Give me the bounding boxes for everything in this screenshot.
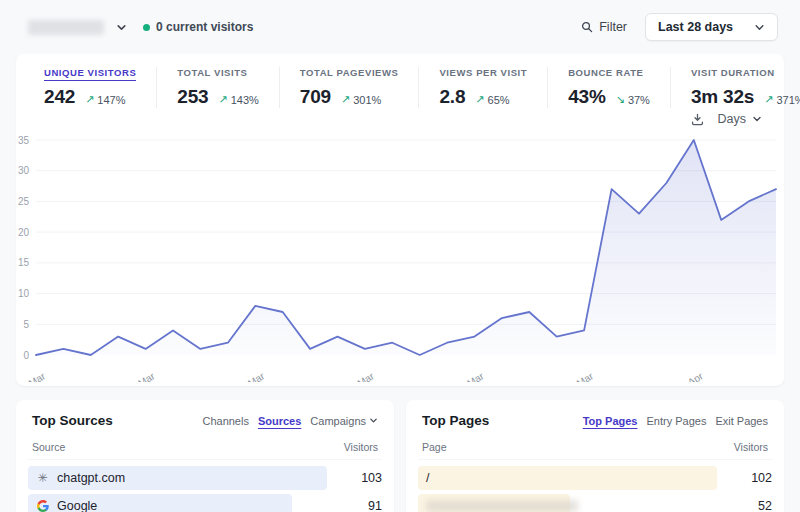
list-item[interactable]: ✳chatgpt.com103 (28, 466, 382, 490)
live-visitors[interactable]: 0 current visitors (143, 20, 253, 34)
stat-visit-duration[interactable]: VISIT DURATION3m 32s↗371% (670, 67, 800, 108)
stat-change: ↗147% (85, 93, 125, 106)
svg-text:1 Apr: 1 Apr (679, 370, 705, 382)
google-icon (36, 500, 49, 512)
tab-sources[interactable]: Sources (258, 415, 301, 427)
stat-value: 242 (44, 86, 75, 108)
svg-text:0: 0 (23, 350, 29, 361)
row-name: chatgpt.com (57, 471, 125, 485)
svg-text:35: 35 (18, 135, 30, 146)
row-visitors: 91 (336, 499, 382, 512)
top-pages-tabs: Top PagesEntry PagesExit Pages (583, 415, 768, 427)
top-sources-tabs: ChannelsSourcesCampaigns (202, 415, 378, 427)
tab-top-pages[interactable]: Top Pages (583, 415, 638, 427)
top-bar-actions: Filter Last 28 days (581, 13, 778, 41)
download-icon[interactable] (691, 113, 704, 126)
stat-value: 253 (177, 86, 208, 108)
analytics-dashboard: 0 current visitors Filter Last 28 days U… (0, 0, 800, 512)
chevron-down-icon (369, 416, 378, 425)
search-icon (581, 21, 593, 33)
filter-label: Filter (599, 20, 627, 34)
stat-change-pct: 147% (97, 94, 125, 106)
trend-up-icon: ↗ (85, 93, 94, 106)
date-range-value: Last 28 days (658, 20, 733, 34)
svg-text:20: 20 (18, 227, 30, 238)
row-name: Google (57, 499, 97, 512)
stat-views-per-visit[interactable]: VIEWS PER VISIT2.8↗65% (418, 67, 547, 108)
row-name: / (426, 471, 429, 485)
interval-value: Days (718, 112, 746, 126)
row-visitors: 102 (726, 471, 772, 485)
row-visitors: 103 (336, 471, 382, 485)
tab-entry-pages[interactable]: Entry Pages (646, 415, 706, 427)
stat-change: ↗143% (218, 93, 258, 106)
column-visitors: Visitors (344, 441, 378, 453)
stat-change-pct: 65% (488, 94, 510, 106)
chatgpt-icon: ✳ (36, 471, 49, 485)
svg-text:10: 10 (18, 288, 30, 299)
stats-row: UNIQUE VISITORS242↗147%TOTAL VISITS253↗1… (16, 67, 784, 108)
live-dot-icon (143, 24, 150, 31)
source-rows: ✳chatgpt.com103Google91 (28, 466, 382, 512)
column-page: Page (422, 441, 447, 453)
breakdown-panels: Top Sources ChannelsSourcesCampaigns Sou… (16, 400, 784, 512)
stat-unique-visitors[interactable]: UNIQUE VISITORS242↗147% (44, 67, 156, 108)
tab-exit-pages[interactable]: Exit Pages (715, 415, 768, 427)
page-rows: /10252 (418, 466, 772, 512)
chevron-down-icon[interactable] (116, 22, 127, 33)
stat-change: ↗301% (341, 93, 381, 106)
top-sources-title: Top Sources (32, 413, 113, 428)
visitors-line-chart[interactable]: 051015202530358 Mar12 Mar16 Mar20 Mar24 … (16, 128, 784, 382)
svg-text:12 Mar: 12 Mar (124, 370, 157, 382)
column-visitors: Visitors (734, 441, 768, 453)
current-visitors-label: 0 current visitors (156, 20, 253, 34)
list-item[interactable]: /102 (418, 466, 772, 490)
svg-text:16 Mar: 16 Mar (234, 370, 267, 382)
trend-down-icon: ↘ (616, 93, 625, 106)
chart-controls: Days (16, 108, 784, 128)
tab-campaigns[interactable]: Campaigns (310, 415, 378, 427)
column-source: Source (32, 441, 65, 453)
row-visitors: 52 (726, 499, 772, 512)
site-switcher[interactable]: 0 current visitors (28, 20, 253, 35)
stat-total-visits[interactable]: TOTAL VISITS253↗143% (156, 67, 279, 108)
svg-text:30: 30 (18, 165, 30, 176)
stat-change: ↗65% (475, 93, 509, 106)
trend-up-icon: ↗ (341, 93, 350, 106)
trend-up-icon: ↗ (764, 93, 773, 106)
top-bar: 0 current visitors Filter Last 28 days (0, 0, 800, 54)
visitors-chart[interactable]: 051015202530358 Mar12 Mar16 Mar20 Mar24 … (16, 128, 784, 386)
stat-label: BOUNCE RATE (568, 67, 643, 78)
svg-text:8 Mar: 8 Mar (20, 370, 48, 382)
top-sources-panel: Top Sources ChannelsSourcesCampaigns Sou… (16, 400, 394, 512)
top-pages-panel: Top Pages Top PagesEntry PagesExit Pages… (406, 400, 784, 512)
chevron-down-icon (752, 114, 762, 124)
stat-bounce-rate[interactable]: BOUNCE RATE43%↘37% (547, 67, 670, 108)
stat-value: 709 (300, 86, 331, 108)
date-range-select[interactable]: Last 28 days (645, 13, 778, 41)
list-item[interactable]: 52 (418, 494, 772, 512)
tab-channels[interactable]: Channels (202, 415, 248, 427)
stat-label: TOTAL PAGEVIEWS (300, 67, 399, 78)
svg-text:5: 5 (23, 319, 29, 330)
stat-change: ↘37% (616, 93, 650, 106)
stat-total-pageviews[interactable]: TOTAL PAGEVIEWS709↗301% (279, 67, 419, 108)
analytics-card: UNIQUE VISITORS242↗147%TOTAL VISITS253↗1… (16, 54, 784, 386)
site-name-redacted[interactable] (28, 20, 104, 35)
column-headers: Page Visitors (418, 428, 772, 460)
stat-value: 3m 32s (691, 86, 754, 108)
interval-select[interactable]: Days (718, 112, 762, 126)
svg-text:24 Mar: 24 Mar (453, 370, 486, 382)
svg-text:25: 25 (18, 196, 30, 207)
top-pages-title: Top Pages (422, 413, 489, 428)
svg-text:15: 15 (18, 257, 30, 268)
stat-value: 2.8 (439, 86, 465, 108)
stat-change-pct: 37% (628, 94, 650, 106)
list-item[interactable]: Google91 (28, 494, 382, 512)
svg-text:20 Mar: 20 Mar (344, 370, 377, 382)
trend-up-icon: ↗ (475, 93, 484, 106)
trend-up-icon: ↗ (218, 93, 227, 106)
filter-button[interactable]: Filter (581, 20, 627, 34)
stat-label: VIEWS PER VISIT (439, 67, 527, 78)
stat-change-pct: 143% (231, 94, 259, 106)
